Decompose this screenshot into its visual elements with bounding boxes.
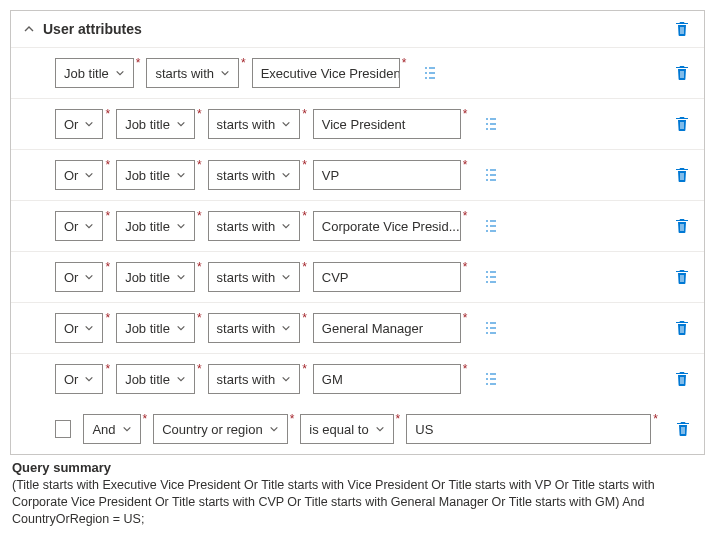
operator-dropdown[interactable]: starts with — [208, 313, 301, 343]
value-input[interactable]: CVP — [313, 262, 461, 292]
required-marker: * — [105, 260, 110, 274]
logic-dropdown[interactable]: Or — [55, 160, 103, 190]
logic-label: Or — [64, 117, 78, 132]
required-marker: * — [241, 56, 246, 70]
operator-dropdown[interactable]: starts with — [208, 262, 301, 292]
delete-row-button[interactable] — [674, 419, 692, 439]
delete-row-button[interactable] — [672, 165, 692, 185]
operator-label: starts with — [217, 372, 276, 387]
required-marker: * — [463, 107, 468, 121]
attribute-label: Job title — [125, 270, 170, 285]
required-marker: * — [463, 311, 468, 325]
chevron-down-icon — [122, 424, 132, 434]
attribute-dropdown[interactable]: Job title — [55, 58, 134, 88]
attribute-label: Job title — [125, 219, 170, 234]
chevron-down-icon — [176, 170, 186, 180]
logic-dropdown[interactable]: Or — [55, 211, 103, 241]
attribute-label: Job title — [125, 372, 170, 387]
chevron-down-icon — [281, 272, 291, 282]
delete-section-button[interactable] — [672, 19, 692, 39]
logic-label: Or — [64, 168, 78, 183]
condition-row: Or*Job title*starts with*GM* — [11, 354, 704, 404]
chevron-down-icon — [281, 221, 291, 231]
value-input[interactable]: Vice President — [313, 109, 461, 139]
list-values-button[interactable] — [481, 114, 501, 134]
attribute-label: Country or region — [162, 422, 262, 437]
chevron-down-icon — [375, 424, 385, 434]
group-checkbox[interactable] — [55, 420, 71, 438]
attribute-label: Job title — [64, 66, 109, 81]
attribute-dropdown[interactable]: Job title — [116, 262, 195, 292]
required-marker: * — [197, 311, 202, 325]
operator-dropdown[interactable]: is equal to — [300, 414, 393, 444]
chevron-down-icon — [84, 272, 94, 282]
condition-row: Or*Job title*starts with*General Manager… — [11, 303, 704, 354]
list-values-button[interactable] — [481, 216, 501, 236]
logic-label: Or — [64, 372, 78, 387]
logic-label: Or — [64, 270, 78, 285]
list-values-button[interactable] — [481, 369, 501, 389]
required-marker: * — [197, 260, 202, 274]
list-values-button[interactable] — [481, 318, 501, 338]
required-marker: * — [463, 158, 468, 172]
user-attributes-panel: User attributes Job title*starts with*Ex… — [10, 10, 705, 455]
delete-row-button[interactable] — [672, 369, 692, 389]
value-input[interactable]: Executive Vice President — [252, 58, 400, 88]
attribute-dropdown[interactable]: Country or region — [153, 414, 287, 444]
logic-dropdown[interactable]: Or — [55, 313, 103, 343]
operator-dropdown[interactable]: starts with — [208, 109, 301, 139]
chevron-down-icon — [84, 374, 94, 384]
required-marker: * — [463, 209, 468, 223]
required-marker: * — [105, 311, 110, 325]
required-marker: * — [302, 362, 307, 376]
attribute-dropdown[interactable]: Job title — [116, 313, 195, 343]
value-input[interactable]: General Manager — [313, 313, 461, 343]
required-marker: * — [143, 412, 148, 426]
required-marker: * — [105, 209, 110, 223]
attribute-dropdown[interactable]: Job title — [116, 211, 195, 241]
operator-dropdown[interactable]: starts with — [208, 160, 301, 190]
condition-row: Or*Job title*starts with*VP* — [11, 150, 704, 201]
required-marker: * — [302, 311, 307, 325]
logic-dropdown[interactable]: And — [83, 414, 140, 444]
logic-dropdown[interactable]: Or — [55, 364, 103, 394]
chevron-down-icon — [281, 170, 291, 180]
attribute-dropdown[interactable]: Job title — [116, 364, 195, 394]
value-input[interactable]: VP — [313, 160, 461, 190]
operator-dropdown[interactable]: starts with — [208, 364, 301, 394]
required-marker: * — [197, 209, 202, 223]
value-input[interactable]: Corporate Vice Presid... — [313, 211, 461, 241]
attribute-dropdown[interactable]: Job title — [116, 160, 195, 190]
delete-row-button[interactable] — [672, 267, 692, 287]
value-input[interactable]: US — [406, 414, 651, 444]
delete-row-button[interactable] — [672, 114, 692, 134]
condition-row: Job title*starts with*Executive Vice Pre… — [11, 48, 704, 99]
delete-row-button[interactable] — [672, 63, 692, 83]
collapse-icon[interactable] — [23, 23, 35, 35]
operator-dropdown[interactable]: starts with — [146, 58, 239, 88]
required-marker: * — [197, 362, 202, 376]
chevron-down-icon — [84, 323, 94, 333]
operator-label: starts with — [217, 270, 276, 285]
logic-dropdown[interactable]: Or — [55, 109, 103, 139]
required-marker: * — [197, 158, 202, 172]
list-values-button[interactable] — [420, 63, 440, 83]
required-marker: * — [302, 209, 307, 223]
required-marker: * — [402, 56, 407, 70]
chevron-down-icon — [84, 221, 94, 231]
chevron-down-icon — [115, 68, 125, 78]
list-values-button[interactable] — [481, 267, 501, 287]
delete-row-button[interactable] — [672, 318, 692, 338]
operator-label: starts with — [155, 66, 214, 81]
delete-row-button[interactable] — [672, 216, 692, 236]
condition-row: Or*Job title*starts with*Corporate Vice … — [11, 201, 704, 252]
list-values-button[interactable] — [481, 165, 501, 185]
operator-label: starts with — [217, 219, 276, 234]
query-summary: Query summary (Title starts with Executi… — [10, 455, 705, 530]
value-input[interactable]: GM — [313, 364, 461, 394]
attribute-dropdown[interactable]: Job title — [116, 109, 195, 139]
operator-dropdown[interactable]: starts with — [208, 211, 301, 241]
attribute-label: Job title — [125, 321, 170, 336]
logic-dropdown[interactable]: Or — [55, 262, 103, 292]
chevron-down-icon — [220, 68, 230, 78]
